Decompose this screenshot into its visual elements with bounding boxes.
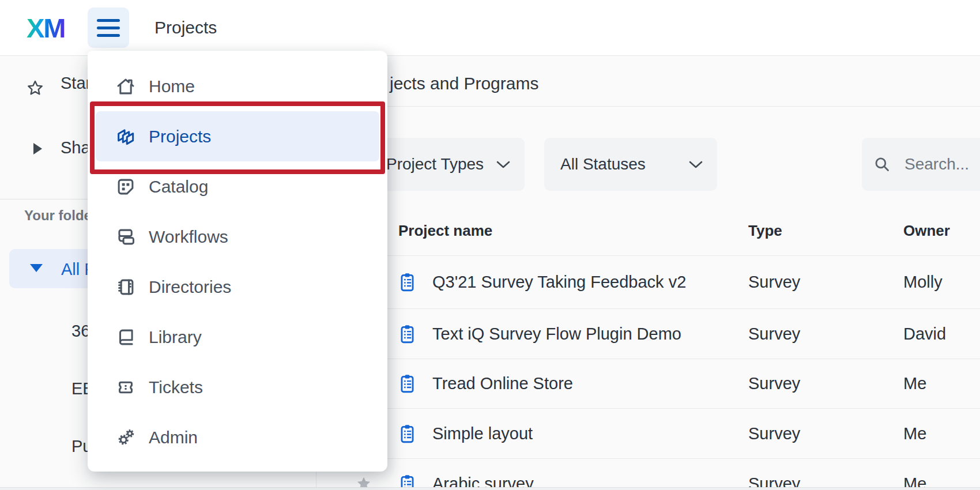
caret-down-icon[interactable] bbox=[30, 264, 43, 272]
project-type: Survey bbox=[748, 374, 800, 393]
caret-right-icon[interactable] bbox=[33, 143, 42, 154]
project-type: Survey bbox=[748, 324, 800, 343]
survey-clipboard-icon bbox=[398, 323, 416, 344]
menu-item-workflows[interactable]: Workflows bbox=[88, 212, 387, 262]
menu-item-library[interactable]: Library bbox=[88, 312, 387, 362]
catalog-icon bbox=[114, 175, 137, 198]
horizontal-scrollbar[interactable] bbox=[0, 487, 980, 490]
column-header-project-name[interactable]: Project name bbox=[398, 222, 492, 240]
chevron-down-icon bbox=[496, 160, 511, 169]
project-owner: Molly bbox=[903, 273, 943, 292]
survey-clipboard-icon bbox=[398, 373, 416, 394]
directories-icon bbox=[114, 276, 137, 299]
project-owner: David bbox=[903, 324, 946, 343]
column-header-type[interactable]: Type bbox=[748, 222, 782, 240]
menu-item-admin[interactable]: Admin bbox=[88, 412, 387, 462]
project-type: Survey bbox=[748, 424, 800, 443]
menu-item-projects[interactable]: Projects bbox=[96, 111, 379, 161]
project-owner: Me bbox=[903, 424, 926, 443]
search-icon bbox=[872, 154, 892, 174]
search-input[interactable] bbox=[903, 154, 980, 174]
survey-clipboard-icon bbox=[398, 423, 416, 444]
xm-logo: XM bbox=[27, 12, 65, 44]
page-title: Projects bbox=[154, 18, 217, 37]
status-filter[interactable]: All Statuses bbox=[544, 138, 717, 191]
project-name[interactable]: Q3'21 Survey Taking Feedback v2 bbox=[432, 273, 686, 292]
search-box bbox=[862, 138, 980, 191]
menu-item-label: Projects bbox=[149, 127, 211, 146]
menu-item-label: Home bbox=[149, 77, 195, 96]
home-icon bbox=[114, 75, 137, 98]
menu-item-label: Tickets bbox=[149, 378, 203, 397]
tickets-icon bbox=[114, 376, 137, 399]
project-name[interactable]: Simple layout bbox=[432, 424, 533, 443]
sidebar-item-starred[interactable]: Star bbox=[61, 74, 91, 93]
menu-item-tickets[interactable]: Tickets bbox=[88, 362, 387, 412]
project-name[interactable]: Text iQ Survey Flow Plugin Demo bbox=[432, 324, 681, 343]
sidebar-item-shared[interactable]: Sha bbox=[61, 138, 91, 157]
menu-item-label: Admin bbox=[149, 428, 198, 447]
projects-page-heading: jects and Programs bbox=[390, 74, 538, 93]
heading-divider bbox=[316, 106, 980, 107]
admin-gears-icon bbox=[114, 426, 137, 449]
menu-item-catalog[interactable]: Catalog bbox=[88, 161, 387, 212]
menu-item-home[interactable]: Home bbox=[88, 61, 387, 111]
workflows-icon bbox=[114, 225, 137, 248]
your-folders-heading: Your folde bbox=[24, 208, 92, 224]
chevron-down-icon bbox=[688, 160, 703, 169]
global-nav-menu-button[interactable] bbox=[88, 7, 129, 48]
menu-item-label: Directories bbox=[149, 277, 231, 297]
project-name[interactable]: Tread Online Store bbox=[432, 374, 573, 393]
survey-clipboard-icon bbox=[398, 272, 416, 293]
project-type: Survey bbox=[748, 273, 800, 292]
project-types-filter[interactable]: Project Types bbox=[370, 138, 525, 191]
menu-item-label: Catalog bbox=[149, 177, 208, 197]
column-header-owner[interactable]: Owner bbox=[903, 222, 950, 240]
projects-icon bbox=[114, 125, 137, 148]
star-icon bbox=[25, 78, 45, 98]
project-owner: Me bbox=[903, 374, 926, 393]
menu-item-directories[interactable]: Directories bbox=[88, 262, 387, 312]
menu-item-label: Workflows bbox=[149, 227, 228, 247]
qualtrics-projects-screen: XM Projects Star Sha Your folde All P 36… bbox=[0, 0, 980, 490]
top-bar: XM Projects bbox=[0, 0, 980, 56]
global-nav-dropdown: Home Projects Catalog bbox=[88, 51, 387, 472]
library-icon bbox=[114, 326, 137, 349]
menu-item-label: Library bbox=[149, 327, 202, 347]
